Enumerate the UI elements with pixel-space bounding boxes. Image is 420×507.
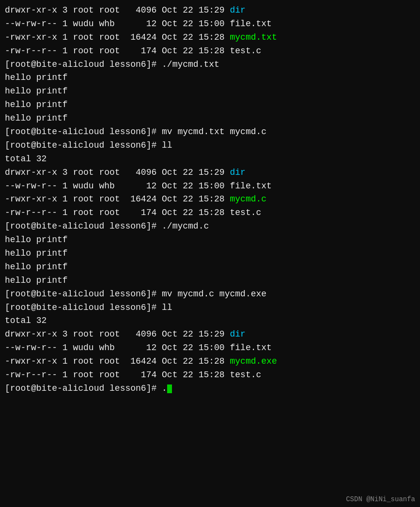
terminal-line: hello printf xyxy=(5,85,415,98)
terminal-line: [root@bite-alicloud lesson6]# ll xyxy=(5,139,415,153)
terminal-line: --w-rw-r-- 1 wudu whb 12 Oct 22 15:00 fi… xyxy=(5,341,415,355)
terminal-line: hello printf xyxy=(5,112,415,125)
terminal-cursor xyxy=(167,384,172,393)
terminal: drwxr-xr-x 3 root root 4096 Oct 22 15:29… xyxy=(0,0,420,507)
terminal-line: --w-rw-r-- 1 wudu whb 12 Oct 22 15:00 fi… xyxy=(5,17,415,31)
terminal-line: total 32 xyxy=(5,314,415,328)
terminal-line: [root@bite-alicloud lesson6]# mv mycmd.t… xyxy=(5,125,415,139)
terminal-line: drwxr-xr-x 3 root root 4096 Oct 22 15:29… xyxy=(5,4,415,17)
terminal-line: total 32 xyxy=(5,153,415,166)
terminal-line: --w-rw-r-- 1 wudu whb 12 Oct 22 15:00 fi… xyxy=(5,180,415,193)
terminal-line: hello printf xyxy=(5,274,415,288)
terminal-line: drwxr-xr-x 3 root root 4096 Oct 22 15:29… xyxy=(5,166,415,180)
terminal-line: hello printf xyxy=(5,98,415,112)
terminal-line: [root@bite-alicloud lesson6]# ll xyxy=(5,301,415,315)
terminal-line: [root@bite-alicloud lesson6]# . xyxy=(5,382,415,396)
terminal-line: hello printf xyxy=(5,247,415,261)
terminal-line: -rwxr-xr-x 1 root root 16424 Oct 22 15:2… xyxy=(5,31,415,45)
terminal-line: [root@bite-alicloud lesson6]# mv mycmd.c… xyxy=(5,288,415,301)
terminal-line: [root@bite-alicloud lesson6]# ./mycmd.c xyxy=(5,220,415,233)
terminal-line: hello printf xyxy=(5,71,415,85)
terminal-line: -rw-r--r-- 1 root root 174 Oct 22 15:28 … xyxy=(5,206,415,220)
terminal-line: [root@bite-alicloud lesson6]# ./mycmd.tx… xyxy=(5,58,415,72)
terminal-line: -rwxr-xr-x 1 root root 16424 Oct 22 15:2… xyxy=(5,193,415,206)
watermark: CSDN @NiNi_suanfa xyxy=(346,495,415,503)
terminal-line: hello printf xyxy=(5,261,415,274)
terminal-line: -rwxr-xr-x 1 root root 16424 Oct 22 15:2… xyxy=(5,355,415,369)
terminal-line: drwxr-xr-x 3 root root 4096 Oct 22 15:29… xyxy=(5,328,415,341)
terminal-line: -rw-r--r-- 1 root root 174 Oct 22 15:28 … xyxy=(5,369,415,382)
terminal-line: -rw-r--r-- 1 root root 174 Oct 22 15:28 … xyxy=(5,45,415,58)
terminal-line: hello printf xyxy=(5,233,415,247)
